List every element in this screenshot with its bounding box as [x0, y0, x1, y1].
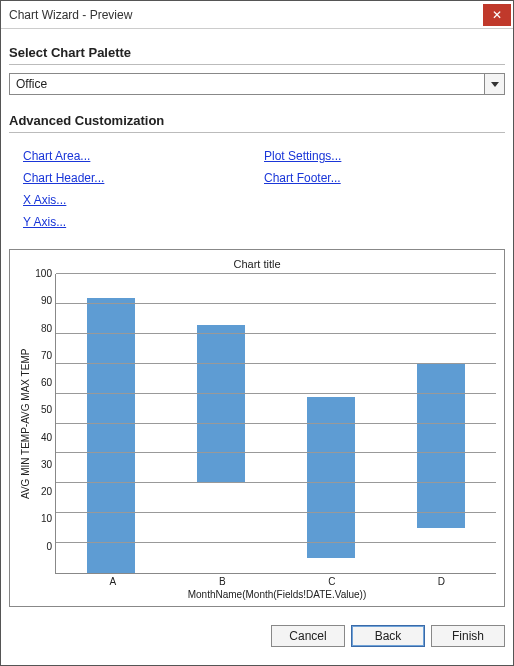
y-tick: 10 — [33, 513, 55, 540]
y-tick: 0 — [33, 541, 55, 568]
gridline — [56, 482, 496, 483]
cancel-button[interactable]: Cancel — [271, 625, 345, 647]
y-tick: 60 — [33, 377, 55, 404]
y-tick: 70 — [33, 350, 55, 377]
link-y-axis[interactable]: Y Axis... — [23, 215, 66, 229]
gridline — [56, 303, 496, 304]
y-tick: 90 — [33, 295, 55, 322]
window-title: Chart Wizard - Preview — [9, 8, 483, 22]
bar-slot — [276, 274, 386, 573]
palette-dropdown[interactable]: Office — [9, 73, 505, 95]
plot-area — [55, 274, 496, 574]
bars-container — [56, 274, 496, 573]
y-tick: 50 — [33, 404, 55, 431]
content-area: Select Chart Palette Office Advanced Cus… — [1, 29, 513, 615]
finish-button[interactable]: Finish — [431, 625, 505, 647]
links-col-left: Chart Area... Chart Header... X Axis... … — [23, 149, 264, 229]
gridline — [56, 363, 496, 364]
bar — [197, 325, 245, 483]
chart-body: AVG MIN TEMP-AVG MAX TEMP 10090807060504… — [18, 274, 496, 574]
link-chart-area[interactable]: Chart Area... — [23, 149, 90, 163]
gridline — [56, 273, 496, 274]
y-tick: 40 — [33, 432, 55, 459]
gridline — [56, 423, 496, 424]
link-x-axis[interactable]: X Axis... — [23, 193, 66, 207]
y-tick: 20 — [33, 486, 55, 513]
gridline — [56, 393, 496, 394]
x-tick: D — [387, 574, 497, 587]
bar-slot — [166, 274, 276, 573]
bar — [417, 364, 465, 528]
chevron-down-icon — [491, 82, 499, 87]
x-tick: A — [58, 574, 168, 587]
bar-slot — [56, 274, 166, 573]
advanced-links: Chart Area... Chart Header... X Axis... … — [9, 141, 505, 235]
x-tick: C — [277, 574, 387, 587]
gridline — [56, 542, 496, 543]
y-tick: 80 — [33, 323, 55, 350]
y-ticks: 1009080706050403020100 — [33, 274, 55, 574]
y-tick: 100 — [33, 268, 55, 295]
link-chart-header[interactable]: Chart Header... — [23, 171, 104, 185]
gridline — [56, 512, 496, 513]
chart-preview: Chart title AVG MIN TEMP-AVG MAX TEMP 10… — [9, 249, 505, 607]
close-button[interactable]: ✕ — [483, 4, 511, 26]
gridline — [56, 452, 496, 453]
y-tick: 30 — [33, 459, 55, 486]
divider — [9, 64, 505, 65]
bar — [87, 298, 135, 573]
gridline — [56, 333, 496, 334]
palette-value: Office — [10, 77, 484, 91]
bar-slot — [386, 274, 496, 573]
x-ticks: ABCD — [58, 574, 496, 587]
divider — [9, 132, 505, 133]
bar — [307, 397, 355, 558]
link-plot-settings[interactable]: Plot Settings... — [264, 149, 341, 163]
x-tick: B — [168, 574, 278, 587]
advanced-label: Advanced Customization — [9, 107, 505, 130]
back-button[interactable]: Back — [351, 625, 425, 647]
link-chart-footer[interactable]: Chart Footer... — [264, 171, 341, 185]
dropdown-arrow[interactable] — [484, 74, 504, 94]
x-axis-label: MonthName(Month(Fields!DATE.Value)) — [18, 587, 496, 602]
button-row: Cancel Back Finish — [1, 615, 513, 655]
close-icon: ✕ — [492, 8, 502, 22]
titlebar: Chart Wizard - Preview ✕ — [1, 1, 513, 29]
links-col-right: Plot Settings... Chart Footer... — [264, 149, 505, 229]
palette-label: Select Chart Palette — [9, 39, 505, 62]
y-axis-label: AVG MIN TEMP-AVG MAX TEMP — [18, 274, 33, 574]
chart-title: Chart title — [18, 256, 496, 274]
